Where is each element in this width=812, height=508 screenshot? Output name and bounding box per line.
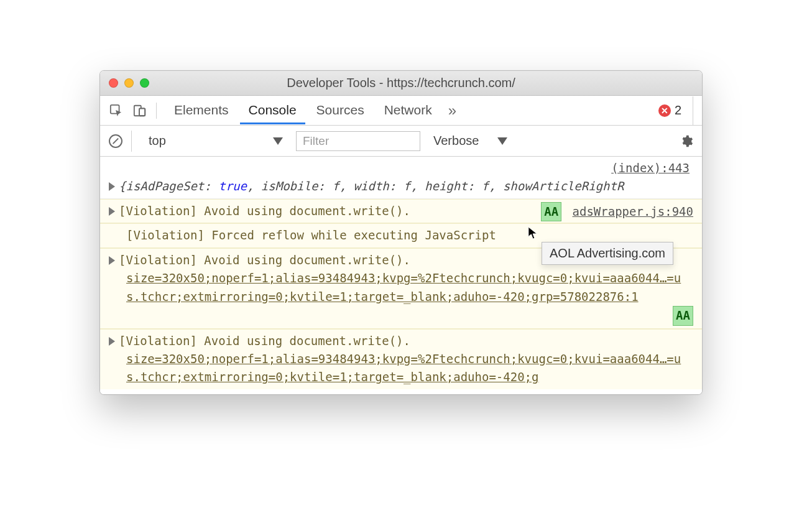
toolbar-divider — [693, 96, 693, 125]
thirdparty-badge[interactable]: AA — [673, 306, 693, 325]
expand-icon[interactable] — [109, 337, 115, 346]
toggle-device-icon[interactable] — [132, 104, 147, 118]
more-tabs-button[interactable]: » — [443, 102, 461, 119]
request-url[interactable]: size=320x50;noperf=1;alias=93484943;kvpg… — [126, 269, 693, 306]
console-row-violation: [Violation] Avoid using document.write()… — [100, 329, 702, 389]
error-icon: ✕ — [658, 104, 671, 117]
clear-console-icon[interactable] — [109, 134, 122, 148]
source-link[interactable]: (index):443 — [109, 159, 693, 177]
minimize-window-button[interactable] — [124, 78, 134, 88]
svg-rect-2 — [139, 108, 145, 116]
tab-elements[interactable]: Elements — [165, 96, 238, 124]
source-link[interactable]: adsWrapper.js:940 — [573, 205, 693, 218]
log-text: [Violation] Avoid using document.write()… — [119, 334, 410, 348]
log-text: [Violation] Forced reflow while executin… — [126, 228, 496, 242]
gear-icon[interactable] — [680, 134, 693, 148]
expand-icon[interactable] — [109, 256, 115, 265]
log-level-value: Verbose — [433, 134, 479, 148]
expand-icon[interactable] — [109, 207, 115, 216]
filter-input[interactable] — [296, 131, 420, 151]
tab-sources[interactable]: Sources — [308, 96, 373, 124]
close-window-button[interactable] — [109, 78, 118, 88]
console-row-violation: AA adsWrapper.js:940 [Violation] Avoid u… — [100, 199, 702, 223]
devtools-window: Developer Tools - https://techcrunch.com… — [99, 70, 703, 395]
context-value: top — [149, 134, 166, 148]
expand-icon[interactable] — [109, 182, 115, 191]
console-output: (index):443 {isAdPageSet: true, isMobile… — [100, 157, 702, 394]
request-url[interactable]: size=320x50;noperf=1;alias=93484943;kvpg… — [126, 350, 693, 387]
window-title: Developer Tools - https://techcrunch.com… — [100, 76, 702, 90]
toolbar-divider — [156, 103, 157, 119]
log-text: [Violation] Avoid using document.write()… — [119, 253, 410, 267]
chevron-down-icon — [497, 137, 507, 145]
zoom-window-button[interactable] — [140, 78, 149, 88]
tooltip: AOL Advertising.com — [542, 242, 673, 265]
tab-network[interactable]: Network — [376, 96, 441, 124]
error-count-badge[interactable]: ✕ 2 — [658, 103, 681, 118]
titlebar: Developer Tools - https://techcrunch.com… — [100, 71, 702, 96]
error-count: 2 — [675, 103, 681, 118]
devtools-toolbar: Elements Console Sources Network » ✕ 2 — [100, 96, 702, 126]
log-text: [Violation] Avoid using document.write()… — [119, 204, 410, 218]
filterbar-divider — [131, 131, 132, 152]
thirdparty-badge[interactable]: AA — [541, 202, 561, 221]
chevron-down-icon — [273, 137, 283, 145]
inspect-icon[interactable] — [109, 104, 124, 118]
context-selector[interactable]: top — [144, 131, 287, 151]
tab-console[interactable]: Console — [240, 96, 305, 124]
tooltip-text: AOL Advertising.com — [550, 246, 665, 260]
window-controls — [109, 78, 149, 88]
console-row: (index):443 {isAdPageSet: true, isMobile… — [100, 157, 702, 199]
log-level-selector[interactable]: Verbose — [429, 131, 512, 151]
console-filterbar: top Verbose — [100, 126, 702, 157]
